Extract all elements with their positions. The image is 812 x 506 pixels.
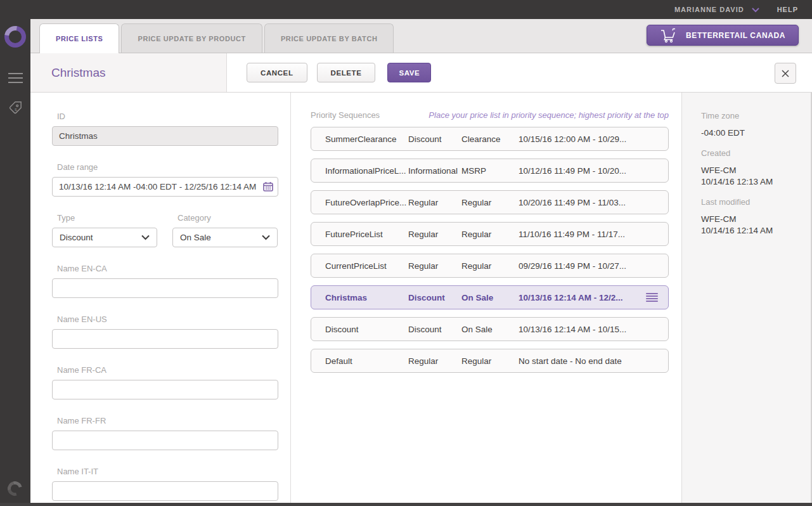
name-input[interactable] <box>52 380 278 399</box>
row-type: Informational <box>408 166 461 176</box>
save-button[interactable]: SAVE <box>387 63 431 82</box>
tab-price-lists[interactable]: PRICE LISTS <box>39 23 119 53</box>
svg-text:s: s <box>15 107 17 112</box>
row-category: Regular <box>461 198 519 207</box>
category-label: Category <box>177 213 278 223</box>
row-name: InformationalPriceL... <box>325 166 408 176</box>
row-type: Discount <box>408 293 461 302</box>
name-input[interactable] <box>52 431 278 450</box>
row-dates: 10/15/16 12:00 AM - 10/29... <box>519 134 659 144</box>
type-select[interactable]: Discount <box>52 228 157 247</box>
row-dates: 10/13/16 12:14 AM - 12/2... <box>519 293 645 302</box>
store-selector-button[interactable]: BETTERRETAIL CANADA <box>647 25 799 46</box>
chevron-down-icon <box>141 235 150 240</box>
localized-name-fields: Name EN-CAName EN-USName FR-CAName FR-FR… <box>52 264 290 501</box>
row-category: Clearance <box>461 134 519 144</box>
calendar-icon[interactable] <box>263 181 273 191</box>
main-area: PRICE LISTS PRICE UPDATE BY PRODUCT PRIC… <box>30 19 812 506</box>
date-range-value: 10/13/16 12:14 AM -04:00 EDT - 12/25/16 … <box>59 182 256 191</box>
user-menu[interactable]: MARIANNE DAVID <box>674 6 777 13</box>
price-list-row[interactable]: CurrentPriceListRegularRegular09/29/16 1… <box>311 254 669 278</box>
priority-sequences-pane: Priority Sequences Place your price list… <box>291 93 681 506</box>
name-input[interactable] <box>52 278 278 298</box>
close-icon <box>781 69 790 78</box>
row-dates: 10/20/16 11:49 PM - 11/03... <box>519 198 659 207</box>
row-name: Default <box>325 356 408 366</box>
timezone-value: -04:00 EDT <box>701 127 804 139</box>
help-link[interactable]: HELP <box>777 6 798 13</box>
category-select[interactable]: On Sale <box>172 228 278 247</box>
detail-header: Christmas CANCEL DELETE SAVE <box>30 53 812 93</box>
name-field-label: Name EN-US <box>57 315 278 324</box>
user-name: MARIANNE DAVID <box>674 6 744 13</box>
chevron-down-icon <box>262 235 270 240</box>
row-type: Regular <box>408 198 461 207</box>
row-name: SummerClearance <box>325 134 408 144</box>
row-type: Regular <box>408 230 461 239</box>
cart-icon <box>660 28 676 43</box>
price-tag-icon[interactable]: s <box>8 101 22 115</box>
row-name: Discount <box>325 325 408 334</box>
name-field-label: Name EN-CA <box>57 264 278 273</box>
app-logo-icon[interactable] <box>4 26 26 48</box>
delete-button[interactable]: DELETE <box>317 63 376 82</box>
date-range-field[interactable]: 10/13/16 12:14 AM -04:00 EDT - 12/25/16 … <box>52 177 278 197</box>
price-list-row[interactable]: FutureOverlapPrice...RegularRegular10/20… <box>311 190 669 214</box>
price-list-row[interactable]: InformationalPriceL...InformationalMSRP1… <box>311 159 669 183</box>
left-rail: s <box>0 19 30 506</box>
row-category: Regular <box>461 261 519 271</box>
row-dates: No start date - No end date <box>519 356 659 366</box>
price-list-row[interactable]: SummerClearanceDiscountClearance10/15/16… <box>311 127 669 151</box>
row-name: CurrentPriceList <box>325 261 408 271</box>
created-at: 10/14/16 12:13 AM <box>701 176 804 188</box>
meta-pane: Time zone -04:00 EDT Created WFE-CM 10/1… <box>681 93 812 506</box>
tab-price-update-by-product[interactable]: PRICE UPDATE BY PRODUCT <box>121 23 262 53</box>
type-select-value: Discount <box>60 233 93 242</box>
price-list-row[interactable]: DiscountDiscountOn Sale10/13/16 12:14 AM… <box>311 317 669 341</box>
modified-value: WFE-CM 10/14/16 12:14 AM <box>701 214 804 237</box>
close-button[interactable] <box>775 63 796 84</box>
title-zone: Christmas <box>30 53 227 92</box>
row-dates: 10/12/16 11:49 PM - 10/20... <box>519 166 659 176</box>
category-select-value: On Sale <box>180 233 211 242</box>
name-field-label: Name FR-CA <box>57 365 278 375</box>
menu-icon[interactable] <box>8 73 23 83</box>
row-dates: 11/10/16 11:49 PM - 11/17... <box>519 230 659 239</box>
created-by: WFE-CM <box>701 165 804 176</box>
row-category: On Sale <box>461 293 519 302</box>
price-list-row[interactable]: FuturePriceListRegularRegular11/10/16 11… <box>311 222 669 246</box>
chevron-down-icon <box>752 8 759 13</box>
loading-spinner-icon <box>5 479 25 498</box>
store-selector-label: BETTERRETAIL CANADA <box>686 31 785 40</box>
drag-handle-icon[interactable] <box>645 290 659 305</box>
price-list-form: ID Christmas Date range 10/13/16 12:14 A… <box>30 93 291 506</box>
priority-rows: SummerClearanceDiscountClearance10/15/16… <box>311 127 669 373</box>
created-label: Created <box>701 148 804 158</box>
cancel-button[interactable]: CANCEL <box>247 63 307 82</box>
bottom-edge <box>0 503 812 506</box>
row-type: Discount <box>408 325 461 334</box>
row-category: On Sale <box>461 325 519 334</box>
name-input[interactable] <box>52 329 278 349</box>
row-name: FuturePriceList <box>325 230 408 239</box>
row-name: Christmas <box>325 293 408 302</box>
id-label: ID <box>57 112 278 121</box>
priority-sequences-note: Place your price list in priority sequen… <box>429 110 669 120</box>
row-category: Regular <box>461 230 519 239</box>
tab-price-update-by-batch[interactable]: PRICE UPDATE BY BATCH <box>264 23 394 53</box>
top-bar: MARIANNE DAVID HELP <box>0 0 812 19</box>
price-list-row[interactable]: ChristmasDiscountOn Sale10/13/16 12:14 A… <box>311 285 669 309</box>
price-list-row[interactable]: DefaultRegularRegularNo start date - No … <box>311 349 669 373</box>
id-field: Christmas <box>52 126 278 146</box>
created-value: WFE-CM 10/14/16 12:13 AM <box>701 165 804 188</box>
page-title: Christmas <box>51 66 106 80</box>
row-type: Discount <box>408 134 461 144</box>
date-range-label: Date range <box>57 162 278 172</box>
row-type: Regular <box>408 356 461 366</box>
type-label: Type <box>57 213 157 223</box>
header-actions: CANCEL DELETE SAVE <box>227 53 431 92</box>
row-category: MSRP <box>461 166 519 176</box>
name-field-label: Name IT-IT <box>57 467 278 476</box>
name-input[interactable] <box>52 481 278 501</box>
timezone-label: Time zone <box>701 111 804 120</box>
